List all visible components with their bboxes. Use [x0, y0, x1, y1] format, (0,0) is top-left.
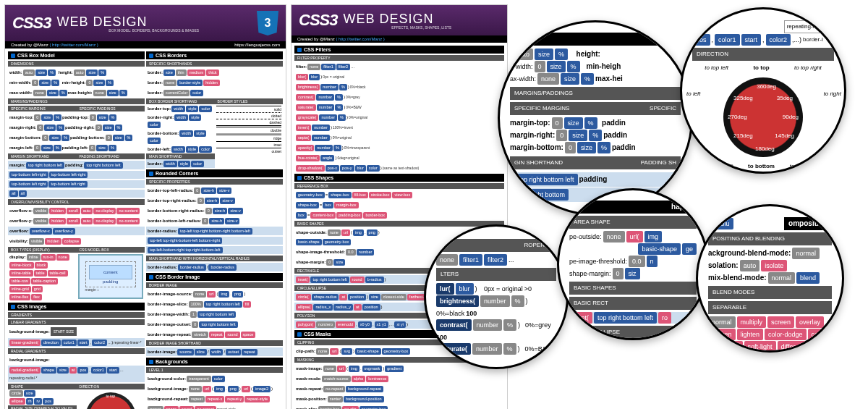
zoom-lens-2: repeating-radial-* pos,color1start,color…: [680, 7, 846, 174]
direction-header: DIRECTION: [692, 48, 834, 61]
sec-box-model: CSS Box Model: [8, 51, 145, 59]
sec-rounded: Rounded Corners: [146, 169, 283, 177]
zoom-lens-3: ROPERTY nonefilter1filter2 ... LTERS lur…: [424, 224, 569, 369]
zoom-lens-5: resoluompositing POSITING AND BLENDING a…: [696, 204, 844, 353]
sec-filters: CSS Filters: [294, 46, 504, 54]
sec-borders: CSS Borders: [146, 51, 283, 59]
sec-border-image: CSS Border Image: [146, 273, 283, 281]
zoom-lens-4: hapes AREA SHAPE pe-outside: noneurl(img…: [557, 188, 709, 340]
twitter-link[interactable]: ( http://twitter.com/Manz ): [49, 43, 98, 47]
header-1: CSS3 WEB DESIGN BOX MODEL: BORDERS, BACK…: [5, 5, 286, 41]
credit-bar: Created by @Manz ( http://twitter.com/Ma…: [5, 41, 286, 49]
sec-backgrounds: Backgrounds: [146, 358, 283, 366]
direction-dial: to top 325deg35deg 270deg90deg to bottom: [85, 392, 136, 409]
css3-icon: 3: [257, 11, 278, 35]
title: WEB DESIGN: [56, 14, 251, 30]
sec-images: CSS Images: [8, 303, 145, 311]
model-box-diagram: contentpadding margin ↕: [78, 254, 144, 299]
direction-dial-zoom: 360deg 325deg 35deg 270deg 90deg 215deg …: [723, 77, 803, 157]
logo: CSS3: [12, 14, 51, 33]
border-styles-legend: solid dotted dashed double ridge inset o…: [215, 104, 284, 155]
subtitle-1: BOX MODEL: BORDERS, BACKGROUNDS & IMAGES: [56, 28, 251, 33]
sec-shapes: CSS Shapes: [294, 174, 504, 182]
zoom-lens-1: Model : autosize% height: n-width: 0size…: [498, 20, 693, 216]
sheet-1: CSS3 WEB DESIGN BOX MODEL: BORDERS, BACK…: [4, 4, 286, 409]
